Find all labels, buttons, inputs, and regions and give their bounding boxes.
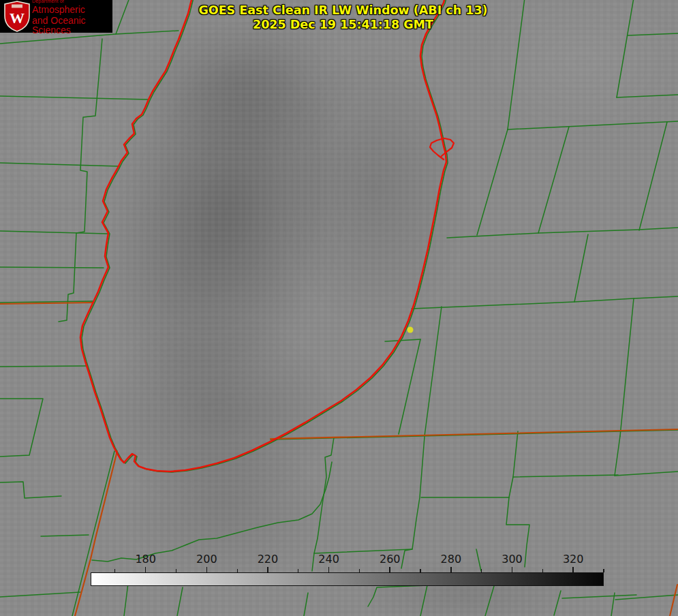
title-line1: GOES East Clean IR LW Window (ABI ch 13) [4,3,678,18]
county-line [41,535,89,536]
county-line [477,129,508,235]
county-line [628,33,678,35]
colorbar-minor-tick [114,569,115,572]
county-line [0,163,119,166]
colorbar-tick-label: 260 [369,553,410,566]
county-line [59,39,102,322]
county-line [399,339,420,434]
shoreline-county-underlay [82,0,448,472]
county-line [0,366,86,367]
colorbar-tick-label: 300 [492,553,533,566]
county-line [124,583,128,616]
title-line2: 2025 Dec 19 15:41:18 GMT [4,18,678,32]
county-line [620,298,634,436]
county-line [412,296,678,309]
colorbar-minor-tick [359,569,360,572]
county-line [425,307,442,436]
colorbar-tick-label: 200 [186,553,227,566]
colorbar-major-tick [389,567,390,572]
county-line [615,436,620,476]
colorbar-tick-label: 240 [309,553,350,566]
county-line [513,475,618,477]
image-title: GOES East Clean IR LW Window (ABI ch 13)… [4,3,678,32]
county-line [509,431,518,497]
county-line [538,127,569,233]
colorbar-tick-label: 280 [431,553,472,566]
colorbar-minor-tick [420,569,420,572]
colorbar-tick-label: 180 [125,553,166,566]
colorbar-minor-tick [481,569,482,572]
temperature-colorbar [91,572,604,586]
satellite-image-viewport: W Department of Atmospheric and Oceanic … [0,0,678,616]
map-overlay [0,0,678,616]
colorbar-major-tick [328,567,330,572]
county-line [0,96,148,99]
county-line [574,234,588,302]
colorbar-major-tick [450,567,452,572]
colorbar-major-tick [145,567,147,572]
colorbar-major-tick [512,567,513,572]
county-boundaries [0,0,678,616]
lake-shoreline [80,0,446,472]
county-line [0,592,80,597]
county-line [639,122,667,230]
county-line [617,95,678,97]
colorbar-minor-tick [542,569,543,572]
colorbar-tick-label: 220 [247,553,288,566]
colorbar-major-tick [267,567,268,572]
county-line [508,121,678,129]
colorbar-minor-tick [176,569,176,572]
colorbar-minor-tick [298,569,298,572]
county-line [562,595,636,598]
county-line [0,231,108,234]
colorbar-minor-tick [237,569,238,572]
location-marker-dot [407,327,414,333]
county-line [0,399,43,457]
county-line [447,228,678,238]
colorbar-tick-label: 320 [553,553,594,566]
county-line [401,437,425,568]
county-line [385,339,420,341]
county-line [554,591,561,615]
state-line [75,451,117,616]
colorbar-minor-tick [603,569,604,572]
state-line [271,429,678,439]
county-line [312,437,334,571]
colorbar-major-tick [206,567,208,572]
colorbar-major-tick [572,567,574,572]
state-boundaries [0,303,678,616]
county-line [72,451,114,616]
county-line [177,587,183,616]
county-line [0,267,104,268]
county-line [615,472,678,476]
county-line [368,585,427,616]
county-line [0,482,61,498]
county-line [476,549,481,571]
river-line [92,462,332,561]
county-line [304,593,308,616]
county-line [485,586,494,616]
state-line [670,585,677,616]
